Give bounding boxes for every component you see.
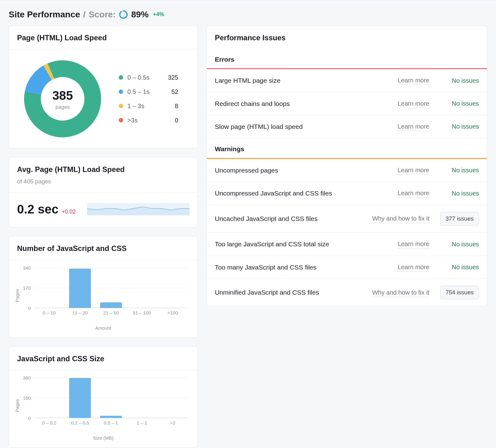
issue-learn-more-link[interactable]: Learn more [398, 122, 429, 131]
issue-status-ok: No issues [452, 241, 479, 248]
issue-name: Large HTML page size [215, 76, 392, 85]
legend-value: 8 [163, 102, 178, 110]
issue-row: Too many JavaScript and CSS filesLearn m… [207, 256, 487, 279]
y-tick: 340 [23, 264, 31, 271]
legend-value: 52 [163, 87, 178, 96]
avg-speed-value: 0.2 sec [17, 200, 58, 218]
legend-dot-icon [119, 104, 123, 108]
issue-learn-more-link[interactable]: Why and how to fix it [372, 214, 429, 223]
issue-row: Uncompressed JavaScript and CSS filesLea… [207, 182, 487, 205]
x-tick: 21 – 50 [95, 310, 126, 316]
legend-row: 1 – 3s8 [119, 102, 178, 110]
y-axis-label: Pages [14, 289, 20, 302]
x-tick: 0 – 0,2 [34, 419, 65, 426]
legend-label: >3s [127, 116, 158, 125]
issue-learn-more-link[interactable]: Learn more [398, 239, 429, 248]
y-tick: 170 [23, 284, 31, 291]
issue-learn-more-link[interactable]: Learn more [398, 189, 429, 198]
issue-status-ok: No issues [452, 167, 479, 173]
legend-label: 0.5 – 1s [127, 87, 158, 96]
score-gauge-icon [119, 10, 128, 19]
x-tick: 1 – 2 [126, 419, 157, 426]
issue-group-title: Errors [207, 49, 487, 68]
issue-learn-more-link[interactable]: Why and how to fix it [372, 288, 429, 297]
bar [100, 302, 122, 308]
issue-name: Uncompressed pages [215, 166, 392, 175]
y-tick: 0 [28, 415, 31, 421]
x-tick: >100 [157, 310, 188, 316]
issue-status-ok: No issues [452, 190, 479, 197]
issue-count-pill[interactable]: 377 issues [440, 212, 479, 226]
card-title: Number of JavaScript and CSS [17, 243, 189, 254]
x-tick: >2 [157, 419, 188, 426]
y-tick: 0 [28, 305, 31, 311]
issue-name: Too large JavaScript and CSS total size [215, 239, 392, 248]
x-tick: 0,2 – 0,5 [65, 419, 96, 426]
issue-name: Unminified JavaScript and CSS files [215, 288, 366, 297]
card-avg-load-speed: Avg. Page (HTML) Load Speed of 405 pages… [9, 157, 198, 227]
issue-row: Uncompressed pagesLearn moreNo issues [207, 159, 487, 182]
legend-value: 325 [163, 73, 178, 82]
x-tick: 11 – 20 [65, 310, 96, 316]
donut-legend: 0 – 0.5s3250.5 – 1s521 – 3s8>3s0 [119, 73, 178, 125]
bar-chart-size: Pages 01803600 – 0,20,2 – 0,50,5 – 11 – … [34, 378, 188, 433]
score-label: Score: [89, 8, 116, 20]
legend-dot-icon [119, 90, 123, 94]
legend-row: 0 – 0.5s325 [119, 73, 178, 82]
issue-count-pill[interactable]: 754 issues [440, 286, 479, 300]
bar [69, 378, 91, 418]
issue-row: Large HTML page sizeLearn moreNo issues [207, 69, 487, 92]
card-js-css-size: JavaScript and CSS Size Pages 01803600 –… [9, 346, 198, 448]
issue-name: Uncached JavaScript and CSS files [215, 214, 366, 223]
card-title: Page (HTML) Load Speed [17, 33, 189, 43]
legend-dot-icon [119, 75, 123, 80]
issues-panel-title: Performance Issues [207, 26, 487, 49]
issue-learn-more-link[interactable]: Learn more [398, 99, 429, 108]
x-tick: 0,5 – 1 [95, 419, 126, 426]
bar [100, 416, 122, 418]
legend-value: 0 [163, 116, 178, 125]
bar-chart-count: Pages 01703400 – 1011 – 2021 – 5051 – 10… [34, 268, 188, 323]
issue-name: Too many JavaScript and CSS files [215, 263, 392, 272]
issue-row: Uncached JavaScript and CSS filesWhy and… [207, 205, 487, 233]
issue-name: Slow page (HTML) load speed [215, 122, 392, 131]
legend-label: 1 – 3s [127, 102, 158, 110]
issue-status-ok: No issues [452, 77, 479, 84]
issue-learn-more-link[interactable]: Learn more [398, 166, 429, 175]
bar [69, 269, 91, 308]
issue-row: Unminified JavaScript and CSS filesWhy a… [207, 279, 487, 306]
donut-chart: 385 pages [21, 57, 104, 141]
issue-status-ok: No issues [452, 123, 479, 130]
avg-speed-delta: +0.02 [61, 208, 76, 216]
avg-speed-sparkline [87, 203, 189, 215]
issue-learn-more-link[interactable]: Learn more [398, 76, 429, 85]
card-performance-issues: Performance Issues ErrorsLarge HTML page… [206, 25, 487, 306]
legend-row: >3s0 [119, 116, 178, 125]
card-js-css-count: Number of JavaScript and CSS Pages 01703… [9, 236, 198, 338]
y-tick: 180 [23, 395, 31, 401]
x-tick: 51 – 100 [126, 310, 157, 316]
issue-row: Slow page (HTML) load speedLearn moreNo … [207, 115, 487, 138]
score-percent: 89% [131, 8, 148, 20]
x-tick: 0 – 10 [34, 310, 65, 316]
issue-status-ok: No issues [452, 264, 479, 270]
page-header: Site Performance / Score: 89% +4% [9, 7, 487, 25]
card-title: Avg. Page (HTML) Load Speed [17, 164, 189, 175]
legend-row: 0.5 – 1s52 [119, 87, 178, 96]
legend-label: 0 – 0.5s [127, 73, 158, 82]
y-axis-label: Pages [14, 399, 20, 412]
donut-total: 385 [52, 87, 73, 104]
issue-name: Uncompressed JavaScript and CSS files [215, 189, 392, 198]
svg-point-1 [120, 11, 127, 18]
issue-row: Redirect chains and loopsLearn moreNo is… [207, 92, 487, 115]
card-title: JavaScript and CSS Size [17, 354, 189, 364]
issue-learn-more-link[interactable]: Learn more [398, 263, 429, 272]
page-title: Site Performance [9, 8, 80, 20]
card-subtitle: of 405 pages [17, 178, 189, 186]
y-tick: 360 [23, 375, 31, 381]
legend-dot-icon [119, 118, 123, 122]
card-page-load-speed: Page (HTML) Load Speed 385 pages 0 – 0.5… [9, 25, 198, 148]
separator: / [83, 8, 86, 20]
issue-status-ok: No issues [452, 100, 479, 107]
issue-row: Too large JavaScript and CSS total sizeL… [207, 233, 487, 256]
